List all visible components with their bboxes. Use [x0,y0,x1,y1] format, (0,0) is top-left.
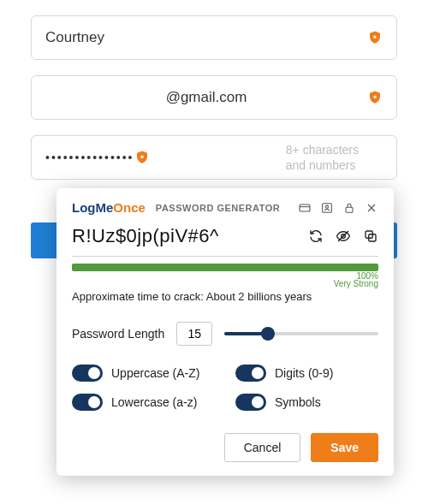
toggle-digits-row: Digits (0-9) [235,365,378,382]
password-field[interactable]: ••••••••••••••• 8+ characters and number… [31,135,397,180]
copy-icon[interactable] [363,228,378,244]
password-actions [308,228,378,244]
popup-footer: Cancel Save [72,433,378,462]
shield-icon [367,29,383,46]
popup-header: LogMeOnce PASSWORD GENERATOR [72,200,378,215]
password-hint-line1: 8+ characters [286,143,359,158]
strength-bar-fill [72,264,378,271]
name-input[interactable] [45,29,367,46]
header-icons [298,201,378,215]
crack-time-text: Approximate time to crack: About 2 billi… [72,290,378,303]
brand-logo: LogMeOnce [72,200,146,215]
save-button[interactable]: Save [311,433,378,462]
svg-rect-7 [346,207,353,212]
strength-label: Very Strong [334,280,378,288]
password-hint: 8+ characters and numbers [286,143,359,173]
length-label: Password Length [72,327,164,341]
svg-point-6 [325,205,328,208]
toggle-lowercase[interactable] [72,394,103,411]
toggle-digits-label: Digits (0-9) [275,366,333,380]
refresh-icon[interactable] [308,228,324,244]
generated-password-row: R!Uz$0jp(piV#6^ [72,225,378,257]
password-hint-line2: and numbers [286,158,359,174]
email-input[interactable] [45,89,367,106]
length-row: Password Length [72,322,378,346]
generated-password: R!Uz$0jp(piV#6^ [72,225,296,247]
popup-title: PASSWORD GENERATOR [156,203,280,213]
lock-icon[interactable] [342,201,356,215]
brand-part-once: Once [113,200,146,215]
toggle-uppercase[interactable] [72,365,103,382]
toggle-symbols-row: Symbols [235,394,378,411]
toggle-uppercase-label: Uppercase (A-Z) [111,366,199,380]
strength-bar [72,264,378,271]
toggle-digits[interactable] [235,365,266,382]
brand-part-me: Me [96,200,114,215]
strength-labels2: Very Strong [72,280,378,288]
slider-thumb[interactable] [261,327,275,341]
toggle-symbols[interactable] [235,394,266,411]
id-icon[interactable] [320,201,334,215]
card-icon[interactable] [298,201,312,215]
svg-rect-3 [300,205,310,211]
shield-icon [367,89,383,106]
shield-icon [134,149,150,166]
length-input[interactable] [176,322,212,346]
name-field[interactable] [31,15,397,60]
password-generator-popup: LogMeOnce PASSWORD GENERATOR R!Uz$0jp(pi… [56,188,394,476]
toggle-lowercase-label: Lowercase (a-z) [111,395,197,409]
length-slider[interactable] [224,325,378,342]
eye-off-icon[interactable] [336,228,351,244]
email-field[interactable] [31,75,397,120]
close-icon[interactable] [365,201,378,215]
svg-point-0 [373,36,376,39]
toggle-lowercase-row: Lowercase (a-z) [72,394,215,411]
toggle-symbols-label: Symbols [275,395,321,409]
strength-section: 100% Very Strong Approximate time to cra… [72,264,378,303]
toggle-uppercase-row: Uppercase (A-Z) [72,365,215,382]
toggle-grid: Uppercase (A-Z) Digits (0-9) Lowercase (… [72,365,378,411]
svg-point-1 [373,96,376,98]
svg-point-2 [140,156,143,158]
brand-part-log: Log [72,200,96,215]
password-mask: ••••••••••••••• [45,151,134,164]
cancel-button[interactable]: Cancel [224,433,301,462]
